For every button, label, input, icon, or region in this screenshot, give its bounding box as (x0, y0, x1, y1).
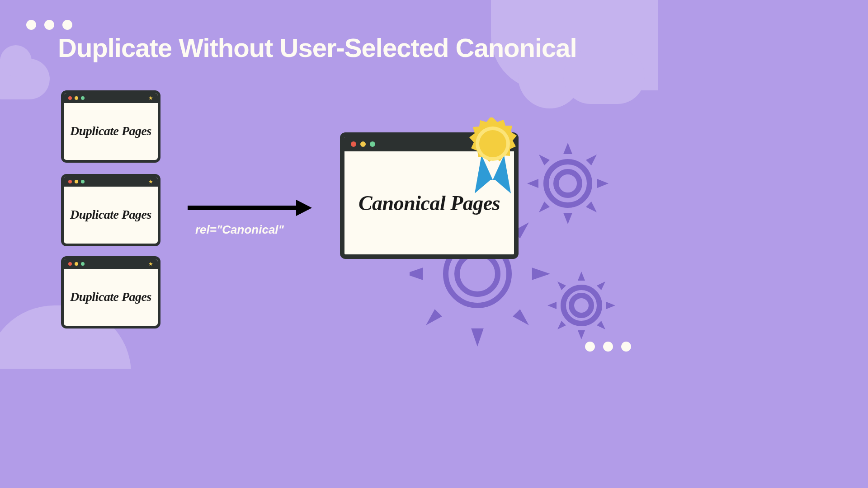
dot-icon (26, 20, 36, 30)
duplicate-window: ★ Duplicate Pages (61, 174, 160, 246)
decorative-dots-bottom (585, 342, 631, 352)
traffic-lights (68, 262, 85, 266)
traffic-lights (351, 141, 375, 147)
dot-icon (44, 20, 54, 30)
window-content: Duplicate Pages (64, 103, 158, 159)
minimize-icon (75, 262, 78, 266)
maximize-icon (81, 262, 85, 266)
close-icon (68, 96, 72, 100)
maximize-icon (81, 96, 85, 100)
dot-icon (585, 342, 595, 352)
dot-icon (62, 20, 72, 30)
minimize-icon (75, 180, 78, 183)
star-icon: ★ (148, 178, 153, 185)
dot-icon (621, 342, 631, 352)
star-icon: ★ (148, 95, 153, 102)
minimize-icon (360, 141, 366, 147)
arrow-icon (188, 197, 312, 218)
window-titlebar: ★ (64, 177, 158, 187)
close-icon (351, 141, 356, 147)
window-content: Duplicate Pages (64, 187, 158, 243)
dot-icon (603, 342, 613, 352)
maximize-icon (81, 180, 85, 183)
window-content: Duplicate Pages (64, 269, 158, 325)
svg-marker-10 (296, 200, 312, 216)
duplicate-window: ★ Duplicate Pages (61, 256, 160, 328)
window-titlebar: ★ (64, 93, 158, 103)
maximize-icon (370, 141, 375, 147)
duplicate-window: ★ Duplicate Pages (61, 90, 160, 163)
svg-marker-12 (493, 155, 511, 193)
decorative-dots-top (26, 20, 72, 30)
traffic-lights (68, 180, 85, 183)
cloud-decoration (0, 59, 50, 99)
traffic-lights (68, 96, 85, 100)
award-badge-icon (461, 114, 524, 196)
close-icon (68, 262, 72, 266)
svg-point-14 (479, 130, 506, 157)
arrow-label: rel="Canonical" (195, 223, 284, 237)
star-icon: ★ (148, 261, 153, 267)
page-title: Duplicate Without User-Selected Canonica… (58, 33, 577, 63)
close-icon (68, 180, 72, 183)
minimize-icon (75, 96, 78, 100)
window-titlebar: ★ (64, 259, 158, 269)
